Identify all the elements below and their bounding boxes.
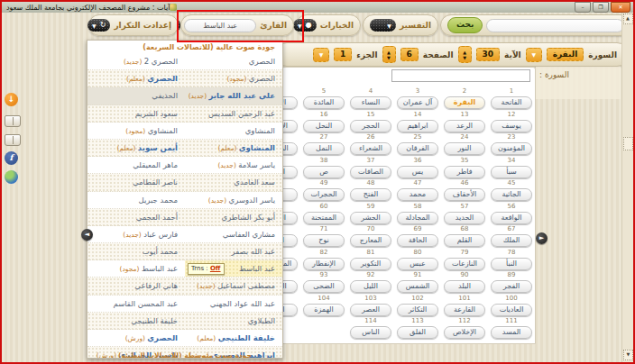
surah-button[interactable]: آل عمران bbox=[397, 96, 438, 109]
reciter-item[interactable]: المنشاوي (معلم) bbox=[185, 140, 282, 156]
minimize-button[interactable]: – bbox=[575, 2, 591, 13]
surah-button[interactable]: النبأ bbox=[491, 258, 532, 270]
surah-button[interactable]: النازعات bbox=[444, 258, 485, 270]
surah-button[interactable]: سبأ bbox=[491, 166, 532, 178]
reciter-item[interactable]: المنشاوي bbox=[185, 123, 282, 139]
reciter-item[interactable]: عبد الله عواد الجهني bbox=[185, 296, 282, 312]
surah-button[interactable]: المجادلة bbox=[397, 212, 438, 224]
surah-button[interactable]: الفرقان bbox=[397, 142, 438, 155]
surah-button[interactable]: الشعراء bbox=[350, 142, 391, 155]
search-button[interactable]: بحث bbox=[447, 17, 483, 33]
surah-button[interactable]: العصر bbox=[350, 304, 391, 316]
surah-button[interactable]: البلد bbox=[444, 280, 485, 293]
surah-button[interactable]: الإخلاص bbox=[444, 326, 485, 339]
surah-button[interactable]: ص bbox=[303, 166, 345, 178]
scroll-down-arrow[interactable]: ▼ bbox=[623, 350, 633, 360]
repeat-dropdown[interactable]: ↻ ▼ bbox=[87, 19, 110, 32]
reciter-item[interactable]: المنشاوي (مجود) bbox=[87, 123, 185, 139]
reciter-item[interactable]: سعود الشريم bbox=[87, 105, 185, 122]
surah-button[interactable]: القارعة bbox=[444, 304, 485, 316]
surah-button[interactable]: الليل bbox=[350, 280, 391, 293]
reciter-item[interactable]: سعد الغامدي bbox=[185, 174, 282, 190]
surah-button[interactable]: الحاقة bbox=[397, 234, 438, 247]
ayah-nav-value[interactable]: 30 bbox=[476, 48, 501, 61]
surah-button[interactable]: الناس bbox=[350, 326, 391, 339]
surah-button[interactable]: البقرة bbox=[444, 96, 485, 109]
surah-button[interactable]: الحجر bbox=[350, 120, 391, 132]
surah-button[interactable]: يس bbox=[397, 166, 438, 178]
surah-button[interactable]: النور bbox=[444, 142, 485, 155]
globe-icon[interactable] bbox=[5, 170, 18, 184]
surah-button[interactable]: المعارج bbox=[350, 234, 391, 247]
surah-button[interactable]: القلم bbox=[444, 234, 485, 247]
surah-nav-value[interactable]: البقرة bbox=[547, 48, 584, 61]
next-page-arrow[interactable]: ► bbox=[536, 232, 548, 244]
reciter-item[interactable]: أيمن سويد (معلم) bbox=[87, 140, 185, 156]
reciter-item[interactable]: ياسر الدوسري (جديد) bbox=[185, 192, 282, 208]
surah-button[interactable]: عبس bbox=[397, 258, 438, 270]
surah-button[interactable]: الأحقاف bbox=[444, 188, 485, 201]
surah-button[interactable]: الهمزة bbox=[303, 304, 345, 316]
reciter-item[interactable]: الحذيفي bbox=[87, 87, 185, 104]
reciter-item[interactable]: فارس عباد (جديد) bbox=[87, 226, 185, 242]
reciter-item[interactable]: مصطفى اسماعيل (جديد) bbox=[185, 278, 282, 294]
surah-button[interactable]: الملك bbox=[491, 234, 532, 247]
surah-button[interactable]: التكوير bbox=[350, 258, 391, 270]
surah-button[interactable]: الجاثية bbox=[491, 188, 532, 201]
reciter-item[interactable]: الحصري (معلم) bbox=[87, 70, 185, 86]
reciter-item[interactable]: الحصري 2 (جديد) bbox=[87, 53, 185, 69]
surah-dropdown[interactable]: ▼ bbox=[526, 48, 542, 62]
reciter-item[interactable]: عبد الرحمن السديس bbox=[185, 105, 282, 122]
reciter-item[interactable]: علي عبد الله جابر (جديد) bbox=[185, 87, 282, 104]
reciter-item[interactable]: خليفة الطنيجي (معلم) bbox=[185, 330, 282, 346]
surah-button[interactable]: التكاثر bbox=[397, 304, 438, 316]
facebook-icon[interactable]: f bbox=[5, 151, 18, 165]
surah-button[interactable]: محمد bbox=[397, 188, 438, 201]
prev-page-arrow[interactable]: ◄ bbox=[81, 229, 93, 241]
reciter-item[interactable]: ناصر القطامي bbox=[87, 174, 185, 190]
surah-button[interactable]: المؤمنون bbox=[491, 142, 532, 155]
surah-button[interactable]: الفاتحة bbox=[491, 96, 532, 109]
surah-button[interactable]: فاطر bbox=[444, 166, 485, 178]
reciter-item[interactable]: مشاري العفاسي bbox=[185, 226, 282, 242]
juz-dropdown[interactable]: ▼ bbox=[313, 48, 329, 62]
surah-button[interactable]: الضحى bbox=[303, 280, 345, 293]
reciter-item[interactable]: هاني الرفاعي bbox=[87, 278, 185, 294]
surah-button[interactable]: الصافات bbox=[350, 166, 391, 178]
surah-button[interactable]: المسد bbox=[491, 326, 532, 339]
reciter-item[interactable]: خليفة الطنيجي bbox=[87, 313, 185, 329]
surah-button[interactable]: الحجرات bbox=[303, 188, 345, 201]
surah-button[interactable]: الرعد bbox=[444, 120, 485, 132]
surah-button[interactable]: الممتحنة bbox=[303, 212, 345, 224]
reciter-item[interactable]: الحصري (ورش) bbox=[87, 330, 185, 346]
reciter-item[interactable]: محمد جبريل bbox=[87, 192, 185, 208]
book-icon[interactable] bbox=[5, 114, 18, 127]
surah-button[interactable]: النساء bbox=[350, 96, 391, 109]
page-stepper[interactable]: ▲▼ bbox=[382, 46, 396, 63]
surah-button[interactable]: الحديد bbox=[444, 212, 485, 224]
reciter-item[interactable]: أبو بكر الشاطري bbox=[185, 209, 282, 225]
reciter-value[interactable]: عبد الباسط bbox=[184, 19, 256, 32]
surah-button[interactable]: نوح bbox=[303, 234, 345, 247]
page-nav-value[interactable]: 6 bbox=[400, 48, 419, 61]
reciter-item[interactable]: محمد أيوب bbox=[87, 243, 185, 259]
download-icon[interactable]: ↓ bbox=[5, 93, 18, 106]
reciter-item[interactable]: عبد المحسن القاسم bbox=[87, 296, 185, 312]
ayah-stepper[interactable]: ▲▼ bbox=[458, 46, 472, 63]
reciter-item[interactable]: عبد الله بصفر bbox=[185, 243, 282, 259]
close-button[interactable]: ✕ bbox=[611, 2, 630, 13]
surah-button[interactable]: الفتح bbox=[350, 188, 391, 201]
reciter-item[interactable]: أحمد العجمي bbox=[87, 209, 185, 225]
reciter-item[interactable]: الحصري (مجود) bbox=[185, 70, 282, 86]
surah-search-input[interactable] bbox=[391, 69, 530, 82]
surah-button[interactable]: يوسف bbox=[491, 120, 532, 132]
surah-button[interactable]: المائدة bbox=[303, 96, 345, 109]
surah-button[interactable]: الفجر bbox=[491, 280, 532, 293]
reciter-item[interactable]: عبد الباسطTrns : Off bbox=[185, 260, 282, 277]
book-icon[interactable] bbox=[5, 132, 18, 146]
options-dropdown[interactable]: ● ▼ bbox=[293, 19, 317, 32]
reciter-item[interactable]: عبد الباسط (مجود) bbox=[87, 260, 185, 277]
scroll-up-arrow[interactable]: ▲ bbox=[623, 14, 633, 24]
surah-button[interactable]: النمل bbox=[303, 142, 345, 155]
reciter-item[interactable]: ماهر المعيقلي bbox=[87, 157, 185, 173]
